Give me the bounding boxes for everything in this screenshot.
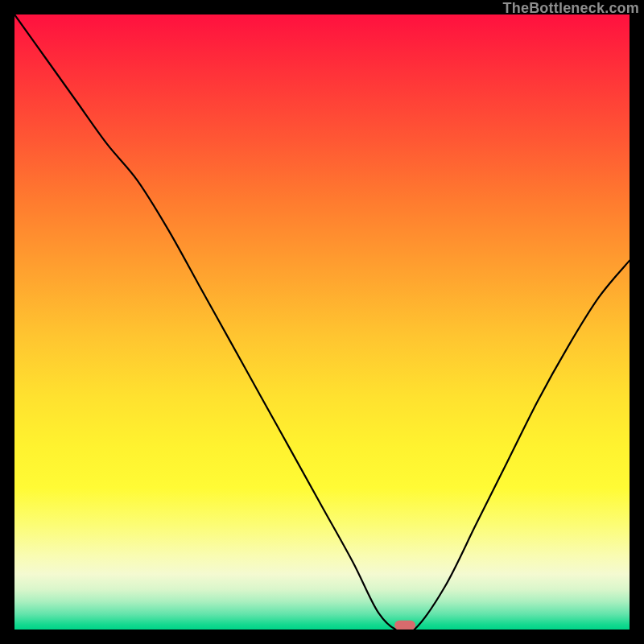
chart-frame: { "watermark": "TheBottleneck.com", "cha… [0,0,644,644]
plot-area [14,14,630,630]
curve-svg [14,14,630,630]
optimal-marker [394,621,415,630]
bottleneck-curve [14,14,630,630]
